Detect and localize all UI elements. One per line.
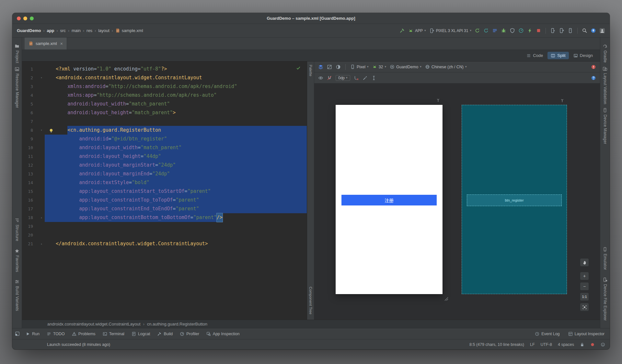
register-button-preview[interactable]: 注册 — [341, 195, 437, 205]
pan-button[interactable] — [580, 258, 589, 267]
toolwindow-component-tree[interactable]: Component Tree — [309, 287, 313, 314]
zoom-out-button[interactable]: − — [580, 282, 589, 291]
toolwindow-project[interactable]: Project — [15, 44, 19, 63]
blueprint-mode-icon[interactable] — [327, 64, 332, 70]
breadcrumb-item-main[interactable]: main — [72, 28, 81, 33]
code-line-15[interactable]: 15 app:layout_constraintStart_toStartOf=… — [22, 187, 307, 196]
theme-picker[interactable]: GuardDemo▾ — [390, 64, 421, 69]
toolwindow-resource-manager[interactable]: Resource Manager — [15, 67, 19, 108]
intention-bulb-icon[interactable] — [49, 127, 54, 133]
fold-marker-icon[interactable]: ▴ — [38, 213, 45, 222]
profile-rerun-icon[interactable] — [483, 28, 489, 33]
code-line-18[interactable]: 18▴ app:layout_constraintBottom_toBottom… — [22, 213, 307, 222]
code-line-14[interactable]: 14 android:textStyle="bold" — [22, 178, 307, 187]
device-picker[interactable]: Pixel▾ — [350, 64, 369, 69]
breadcrumb-item-sample-xml[interactable]: sample.xml — [115, 28, 143, 33]
mode-split-button[interactable]: Split — [547, 52, 569, 59]
toolwindow-toggle-icon[interactable] — [15, 331, 20, 336]
toolwindow-layout-validation[interactable]: Layout Validation — [603, 66, 607, 104]
user-avatar[interactable] — [599, 28, 605, 34]
toolwindow-button-logcat[interactable]: Logcat — [132, 332, 150, 336]
readonly-lock-icon[interactable] — [580, 342, 584, 347]
preview-design-device[interactable]: 注册 — [336, 105, 443, 294]
toolwindow-button-run[interactable]: Run — [26, 332, 40, 336]
code-line-10[interactable]: 10 android:layout_width="match_parent" — [22, 143, 307, 152]
run-config-dropdown[interactable]: APP▾ — [408, 28, 426, 33]
issue-panel-icon[interactable] — [591, 64, 596, 70]
mode-code-button[interactable]: Code — [523, 52, 546, 59]
mode-design-button[interactable]: Design — [570, 52, 596, 59]
code-line-6[interactable]: 6 android:layout_height="match_parent"> — [22, 108, 307, 117]
apply-code-changes-icon[interactable] — [527, 28, 533, 33]
toolwindow-gradle[interactable]: Gradle — [603, 44, 607, 63]
toolwindow-device-manager[interactable]: Device Manager — [603, 108, 607, 144]
code-line-2[interactable]: 2▾<androidx.constraintlayout.widget.Cons… — [22, 73, 307, 82]
zoom-fit-button[interactable] — [580, 303, 589, 311]
toolwindow-button-terminal[interactable]: Terminal — [103, 332, 124, 336]
toolwindow-favorites[interactable]: Favorites — [15, 248, 19, 272]
code-line-13[interactable]: 13 android:layout_marginEnd="24dp" — [22, 170, 307, 178]
highlight-level-icon[interactable] — [590, 342, 595, 347]
canvas-resize-grip[interactable] — [444, 296, 449, 302]
sync-project-icon[interactable] — [475, 28, 480, 33]
profiler-icon[interactable] — [518, 28, 524, 33]
device-manager-icon[interactable] — [568, 28, 573, 33]
infer-constraints-icon[interactable] — [363, 75, 368, 81]
build-hammer-icon[interactable] — [399, 28, 405, 33]
minimize-window-button[interactable] — [23, 17, 27, 20]
code-line-7[interactable]: 7 — [22, 117, 307, 126]
ide-update-icon[interactable] — [591, 28, 596, 33]
toolwindow-button-app-inspection[interactable]: App Inspection — [206, 332, 240, 336]
tab-sample-xml[interactable]: sample.xml × — [25, 38, 67, 50]
toolwindow-button-todo[interactable]: TODO — [47, 332, 65, 336]
inspection-ok-icon[interactable] — [296, 65, 301, 71]
code-line-19[interactable]: 19 — [22, 222, 307, 231]
zoom-actual-button[interactable]: 1:1 — [580, 292, 589, 301]
code-line-12[interactable]: 12 android:layout_marginStart="24dp" — [22, 161, 307, 170]
code-line-1[interactable]: 1<?xml version="1.0" encoding="utf-8"?> — [22, 65, 307, 73]
debug-icon[interactable] — [501, 28, 506, 33]
editor-breadcrumb-item[interactable]: androidx.constraintlayout.widget.Constra… — [47, 322, 141, 326]
locale-picker[interactable]: Chinese (zh / CN)▾ — [425, 64, 467, 69]
sdk-manager-icon[interactable] — [559, 28, 564, 33]
fold-marker-icon[interactable]: ▾ — [38, 73, 45, 82]
zoom-in-button[interactable]: + — [580, 272, 589, 280]
api-picker[interactable]: 32▾ — [372, 64, 386, 69]
apply-changes-icon[interactable] — [510, 28, 515, 33]
breadcrumb-item-guarddemo[interactable]: GuardDemo — [17, 28, 41, 33]
indent-indicator[interactable]: 4 spaces — [558, 342, 574, 347]
toolwindow-button-problems[interactable]: Problems — [72, 332, 96, 336]
toolwindow-button-layout-inspector[interactable]: Layout Inspector — [568, 332, 605, 336]
search-everywhere-icon[interactable] — [582, 28, 587, 33]
fold-marker-icon[interactable]: ▴ — [38, 239, 45, 248]
breadcrumb-item-layout[interactable]: layout — [98, 28, 109, 33]
breadcrumb-item-src[interactable]: src — [60, 28, 66, 33]
code-line-20[interactable]: 20 — [22, 231, 307, 239]
night-mode-icon[interactable] — [336, 64, 341, 70]
toolwindow-button-event-log[interactable]: Event Log — [535, 332, 559, 336]
toolwindow-build-variants[interactable]: Build Variants — [15, 279, 19, 311]
code-line-3[interactable]: 3 xmlns:android="http://schemas.android.… — [22, 82, 307, 91]
close-window-button[interactable] — [17, 17, 21, 20]
code-line-17[interactable]: 17 app:layout_constraintEnd_toEndOf="par… — [22, 204, 307, 213]
autoconnect-icon[interactable] — [327, 75, 332, 81]
view-options-icon[interactable] — [318, 75, 323, 81]
code-line-9[interactable]: 9 android:id="@+id/btn_register" — [22, 135, 307, 143]
toolwindow-device-file-explorer[interactable]: Device File Explorer — [603, 277, 607, 321]
toolwindow-button-build[interactable]: Build — [157, 332, 173, 336]
code-editor[interactable]: 1<?xml version="1.0" encoding="utf-8"?>2… — [22, 61, 307, 320]
text-tool-icon[interactable] — [371, 75, 376, 81]
code-line-16[interactable]: 16 app:layout_constraintTop_toTopOf="par… — [22, 196, 307, 204]
status-message[interactable]: Launch succeeded (8 minutes ago) — [47, 342, 110, 347]
code-line-21[interactable]: 21▴</androidx.constraintlayout.widget.Co… — [22, 239, 307, 248]
breadcrumb-item-app[interactable]: app — [47, 28, 54, 33]
avd-manager-icon[interactable] — [550, 28, 556, 33]
default-margins-dropdown[interactable]: 0dp▾ — [336, 75, 350, 81]
caret-position[interactable]: 8:5 (479 chars, 10 line breaks) — [469, 342, 524, 347]
build-analyzer-icon[interactable] — [492, 28, 498, 33]
stop-icon[interactable] — [536, 28, 541, 33]
device-dropdown[interactable]: PIXEL 3 XL API 31▾ — [429, 28, 471, 33]
code-line-5[interactable]: 5 android:layout_width="match_parent" — [22, 100, 307, 108]
close-tab-icon[interactable]: × — [60, 41, 63, 46]
preview-blueprint-device[interactable]: btn_register — [462, 105, 567, 294]
